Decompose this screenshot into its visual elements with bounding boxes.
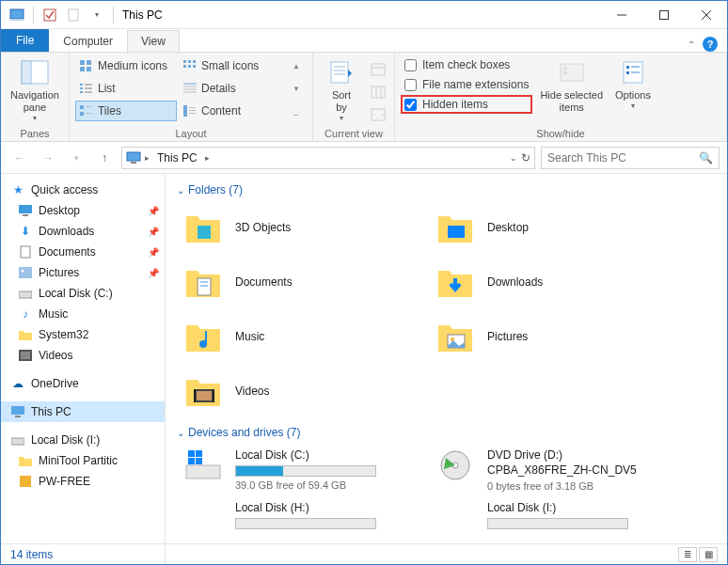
layout-details[interactable]: Details <box>179 78 280 99</box>
windows-disk-icon <box>182 447 224 484</box>
layout-list[interactable]: List <box>75 78 177 99</box>
svg-rect-34 <box>183 105 187 117</box>
back-button[interactable]: ← <box>8 147 31 169</box>
breadcrumb-this-pc[interactable]: This PC <box>153 151 201 165</box>
folder-3d-objects[interactable]: 3D Objects <box>182 204 418 251</box>
folder-videos[interactable]: Videos <box>182 368 418 415</box>
large-icons-toggle[interactable]: ▦ <box>699 547 718 562</box>
search-input[interactable] <box>547 151 699 165</box>
chevron-right-icon[interactable]: ▸ <box>205 153 210 163</box>
minimize-ribbon-icon[interactable]: ⌃ <box>688 39 695 50</box>
tree-onedrive[interactable]: ☁OneDrive <box>1 373 165 394</box>
tree-pwfree[interactable]: PW-FREE <box>1 471 165 492</box>
svg-rect-2 <box>44 9 55 21</box>
disk-icon <box>18 286 33 301</box>
tree-system32[interactable]: System32 <box>1 324 165 345</box>
file-name-extensions-checkbox[interactable]: File name extensions <box>401 75 532 94</box>
svg-rect-12 <box>80 67 85 71</box>
folder-pictures[interactable]: Pictures <box>435 313 670 360</box>
app-icon <box>18 474 33 489</box>
hidden-items-checkbox[interactable]: Hidden items <box>401 95 532 114</box>
address-dropdown-icon[interactable]: ⌄ <box>510 153 517 163</box>
svg-rect-84 <box>188 458 195 464</box>
music-icon: ♪ <box>18 306 33 322</box>
devices-section-header[interactable]: ⌄Devices and drives (7) <box>177 426 718 439</box>
folder-music[interactable]: Music <box>182 313 418 360</box>
tree-this-pc[interactable]: This PC <box>1 401 165 422</box>
tree-quick-access[interactable]: ★Quick access <box>1 180 165 200</box>
tab-file[interactable]: File <box>1 29 49 52</box>
qat-dropdown-icon[interactable]: ▾ <box>87 5 107 25</box>
pictures-folder-icon <box>435 316 476 357</box>
folder-downloads[interactable]: Downloads <box>435 259 670 306</box>
svg-rect-25 <box>85 91 92 93</box>
content-pane[interactable]: ⌄Folders (7) 3D Objects Desktop Document… <box>166 174 727 565</box>
quick-access-toolbar: ▾ <box>7 5 117 25</box>
search-icon[interactable]: 🔍 <box>699 151 713 165</box>
window-title: This PC <box>122 8 163 22</box>
svg-rect-13 <box>87 67 91 71</box>
navigation-tree[interactable]: ★Quick access Desktop📌 ⬇Downloads📌 Docum… <box>1 174 166 565</box>
title-bar: ▾ This PC <box>1 1 727 29</box>
layout-scroll-up[interactable]: ▲ <box>286 55 307 76</box>
tab-computer[interactable]: Computer <box>49 30 127 52</box>
svg-rect-70 <box>198 226 211 239</box>
qat-checkbox-icon[interactable] <box>40 5 60 25</box>
layout-medium-icons[interactable]: Medium icons <box>75 55 177 76</box>
tree-desktop[interactable]: Desktop📌 <box>1 200 165 221</box>
folder-documents[interactable]: Documents <box>182 259 418 306</box>
tree-documents[interactable]: Documents📌 <box>1 242 165 262</box>
item-check-boxes-checkbox[interactable]: Item check boxes <box>401 55 532 74</box>
svg-rect-17 <box>183 65 186 68</box>
tree-downloads[interactable]: ⬇Downloads📌 <box>1 221 165 242</box>
options-button[interactable]: Options ▾ <box>610 55 656 112</box>
drive-d[interactable]: DVD Drive (D:) CPBA_X86FRE_ZH-CN_DV5 0 b… <box>435 447 670 492</box>
close-button[interactable] <box>685 1 727 28</box>
folders-section-header[interactable]: ⌄Folders (7) <box>177 183 718 196</box>
pin-icon: 📌 <box>148 247 159 258</box>
up-button[interactable]: ↑ <box>93 147 116 169</box>
recent-locations-button[interactable]: ▾ <box>65 147 87 169</box>
layout-tiles[interactable]: Tiles <box>75 101 177 121</box>
qat-document-icon[interactable] <box>63 5 84 25</box>
chevron-right-icon[interactable]: ▸ <box>145 153 150 163</box>
group-by-button <box>368 59 388 80</box>
tree-videos[interactable]: Videos <box>1 345 165 366</box>
navigation-pane-button[interactable]: Navigation pane ▾ <box>7 55 63 124</box>
tree-local-c[interactable]: Local Disk (C:) <box>1 283 165 304</box>
sort-by-button[interactable]: Sort by ▾ <box>319 55 364 124</box>
svg-rect-67 <box>15 416 21 417</box>
details-view-toggle[interactable]: ≣ <box>678 547 697 562</box>
help-icon[interactable]: ? <box>703 37 718 52</box>
refresh-icon[interactable]: ↻ <box>521 151 530 165</box>
pin-icon: 📌 <box>148 268 159 278</box>
svg-rect-0 <box>10 9 24 19</box>
folder-desktop[interactable]: Desktop <box>435 204 670 251</box>
drive-c[interactable]: Local Disk (C:) 39.0 GB free of 59.4 GB <box>182 447 418 492</box>
drive-i[interactable]: Local Disk (I:) <box>435 499 670 537</box>
minimize-button[interactable] <box>600 1 642 28</box>
pictures-icon <box>18 265 33 280</box>
drive-h[interactable]: Local Disk (H:) <box>182 499 418 537</box>
svg-rect-72 <box>198 278 211 295</box>
add-columns-button <box>368 82 388 102</box>
svg-rect-58 <box>19 205 32 213</box>
svg-rect-66 <box>11 406 24 415</box>
svg-rect-80 <box>213 389 214 402</box>
svg-rect-30 <box>80 105 84 109</box>
search-box[interactable]: 🔍 <box>541 147 720 169</box>
tree-pictures[interactable]: Pictures📌 <box>1 262 165 283</box>
tree-music[interactable]: ♪Music <box>1 304 165 324</box>
layout-scroll-down[interactable]: ▼ <box>286 78 307 99</box>
usage-bar <box>487 518 628 529</box>
layout-more[interactable]: ⎯ <box>286 101 307 121</box>
svg-rect-22 <box>80 87 83 89</box>
tree-local-i[interactable]: Local Disk (I:) <box>1 430 165 450</box>
layout-small-icons[interactable]: Small icons <box>179 55 280 76</box>
tree-minitool[interactable]: MiniTool Partitic <box>1 450 165 471</box>
ribbon-tabs: File Computer View ⌃ ? <box>1 29 727 52</box>
breadcrumb[interactable]: ▸ This PC ▸ ⌄ ↻ <box>121 147 535 169</box>
tab-view[interactable]: View <box>127 30 180 52</box>
layout-content[interactable]: Content <box>179 101 280 121</box>
maximize-button[interactable] <box>642 1 685 28</box>
